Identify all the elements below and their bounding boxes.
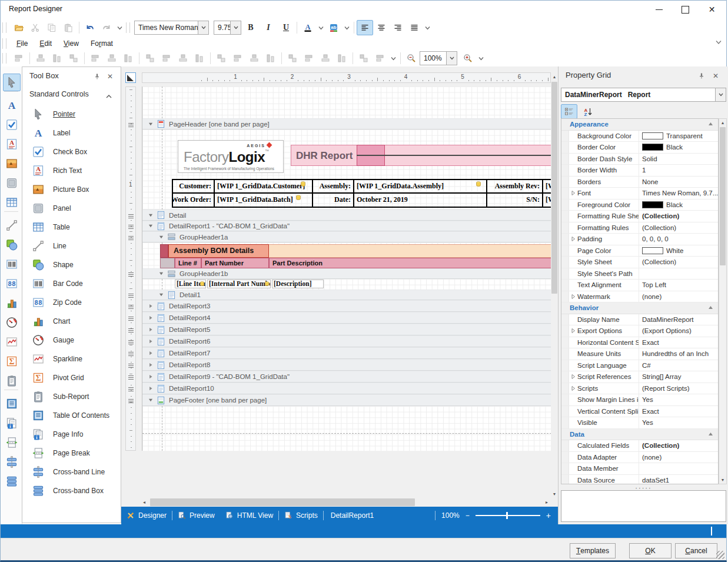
property-row-scripts[interactable]: Scripts(Report Scripts)	[561, 383, 718, 395]
scroll-up-icon[interactable]: ▴	[719, 119, 726, 127]
toolbox-item-cross-band-box[interactable]: Cross-band Box	[22, 481, 121, 500]
bom-column-header[interactable]: Part Description	[269, 258, 551, 268]
property-value[interactable]: Exact	[639, 406, 718, 417]
strip-item-cross-band-box[interactable]	[3, 473, 21, 490]
align-center-button[interactable]	[373, 20, 390, 35]
strip-item-picture-box[interactable]	[3, 155, 21, 172]
info-table-cell[interactable]: October 21, 2019	[354, 194, 487, 207]
toolbox-item-shape[interactable]: Shape	[22, 255, 121, 274]
property-value[interactable]: C#	[639, 360, 718, 371]
property-value[interactable]: DataMinerReport	[639, 314, 718, 325]
horizontal-scrollbar[interactable]: ◂ ▸	[125, 498, 551, 507]
menu-view[interactable]: View	[58, 38, 85, 49]
resize-grip-icon[interactable]	[716, 551, 724, 559]
close-panel-icon[interactable]: ✕	[711, 71, 720, 81]
property-category-data[interactable]: Data	[561, 429, 718, 441]
toolbox-item-cross-band-line[interactable]: Cross-band Line	[22, 463, 121, 481]
property-row-export-options[interactable]: Export Options(Export Options)	[561, 325, 718, 337]
collapse-category-icon[interactable]	[708, 432, 713, 436]
property-row-script-language[interactable]: Script LanguageC#	[561, 360, 718, 372]
bom-column-header[interactable]: Line #	[175, 258, 201, 268]
property-row-font[interactable]: FontTimes New Roman, 9.7...	[561, 188, 718, 199]
font-name-combo[interactable]: Times New Roman	[134, 21, 209, 35]
property-grid-scrollbar[interactable]: ▴ ▾	[719, 118, 727, 484]
group-header1b-content[interactable]: [Line Item N[Internal Part Number][Descr…	[142, 279, 551, 290]
ruler-corner-button[interactable]	[125, 72, 136, 83]
property-row-border-color[interactable]: Border ColorBlack	[561, 142, 718, 154]
minimize-button[interactable]	[646, 1, 672, 18]
toolbox-item-page-break[interactable]: Page Break	[22, 444, 121, 463]
property-row-data-source[interactable]: Data SourcedataSet1	[561, 475, 718, 485]
strip-item-page-break[interactable]	[3, 434, 21, 451]
band-header-detailreport6[interactable]: DetailReport6	[142, 335, 551, 347]
expand-property-icon[interactable]	[569, 234, 577, 245]
menu-file[interactable]: File	[11, 38, 34, 49]
collapse-band-icon[interactable]	[147, 223, 154, 229]
page-header-band-content[interactable]: AEGISFactoryLogix™The Intelligent Framew…	[142, 129, 551, 209]
expand-band-icon[interactable]	[147, 385, 154, 391]
horizontal-scroll-thumb[interactable]	[150, 498, 415, 506]
toolbox-item-table[interactable]: Table	[22, 218, 121, 237]
property-value[interactable]: dataSet1	[639, 475, 718, 485]
property-value[interactable]: (none)	[639, 291, 718, 302]
property-row-foreground-color[interactable]: Foreground ColorBlack	[561, 199, 718, 211]
zoom-slider-minus[interactable]: −	[466, 511, 470, 520]
close-button[interactable]: ✕	[699, 1, 725, 18]
scroll-down-icon[interactable]: ▾	[551, 490, 558, 498]
scroll-right-icon[interactable]: ▸	[543, 498, 551, 507]
alphabetical-sort-button[interactable]: AZ	[580, 104, 596, 119]
toolbox-item-sub-report[interactable]: Sub-Report	[22, 387, 121, 406]
chevron-down-icon[interactable]	[446, 52, 457, 65]
toolbox-item-pivot-grid[interactable]: ΣPivot Grid	[22, 368, 121, 387]
align-justify-button[interactable]	[406, 20, 423, 35]
collapse-band-icon[interactable]	[147, 121, 154, 127]
zoom-slider-plus[interactable]: +	[546, 511, 551, 520]
property-value[interactable]	[639, 463, 718, 474]
toolbox-item-table-of-contents[interactable]: Table Of Contents	[22, 406, 121, 425]
ok-button[interactable]: OK	[629, 543, 672, 558]
property-scroll-thumb[interactable]	[720, 127, 726, 265]
vertical-scroll-thumb[interactable]	[551, 82, 557, 294]
toolbar-grip[interactable]	[126, 22, 130, 33]
property-value[interactable]: Hundredths of an Inch	[639, 348, 718, 360]
expand-band-icon[interactable]	[147, 362, 154, 368]
tab-preview[interactable]: Preview	[172, 507, 220, 524]
strip-item-rich-text[interactable]: A	[3, 135, 21, 153]
bold-button[interactable]: B	[242, 20, 259, 35]
property-row-border-width[interactable]: Border Width1	[561, 165, 718, 177]
splitter-handle[interactable]: ·····	[559, 485, 728, 490]
toolbox-item-panel[interactable]: Panel	[22, 199, 121, 218]
copy-button[interactable]	[44, 20, 60, 35]
property-row-show-margin-lines-in[interactable]: Show Margin Lines inYes	[561, 394, 718, 406]
info-table-cell[interactable]: Assembly:	[313, 180, 354, 194]
vertical-ruler[interactable]: 1	[125, 87, 136, 451]
property-row-horizontal-content-s[interactable]: Horizontal Content SExact	[561, 337, 718, 349]
bom-title-cell[interactable]: Assembly BOM Details	[168, 244, 269, 258]
pin-icon[interactable]	[92, 72, 102, 81]
zoom-in-button[interactable]	[460, 51, 476, 66]
collapse-band-icon[interactable]	[147, 212, 154, 218]
property-value[interactable]: Times New Roman, 9.7...	[639, 188, 718, 199]
chevron-down-icon[interactable]	[230, 21, 241, 34]
property-value[interactable]: (Report Scripts)	[639, 383, 718, 394]
expand-band-icon[interactable]	[147, 303, 154, 309]
strip-item-cross-band-line[interactable]	[3, 453, 21, 471]
scroll-down-icon[interactable]: ▾	[719, 476, 726, 484]
toolbox-item-pointer[interactable]: Pointer	[22, 105, 121, 124]
property-row-padding[interactable]: Padding0, 0, 0, 0	[561, 234, 718, 245]
property-row-data-member[interactable]: Data Member	[561, 463, 718, 475]
cut-button[interactable]	[27, 20, 44, 35]
menu-edit[interactable]: Edit	[34, 38, 58, 49]
expand-band-icon[interactable]	[147, 315, 154, 321]
menubar-overflow-chevron[interactable]	[716, 40, 722, 45]
cancel-button[interactable]: Cancel	[675, 543, 717, 558]
strip-item-pivot-grid[interactable]: Σ	[3, 353, 21, 370]
menu-format[interactable]: Format	[85, 38, 119, 49]
info-table-cell[interactable]: [WIP 1_GridData.Customer]	[215, 180, 313, 194]
highlight-chevron-button[interactable]	[342, 20, 351, 35]
alignment-chevron-button[interactable]	[423, 20, 432, 35]
info-table-cell[interactable]: [W	[543, 194, 551, 207]
toolbox-item-line[interactable]: Line	[22, 237, 121, 255]
strip-item-zip-code[interactable]: 88	[3, 275, 21, 292]
undo-redo-chevron-button[interactable]	[115, 20, 124, 35]
